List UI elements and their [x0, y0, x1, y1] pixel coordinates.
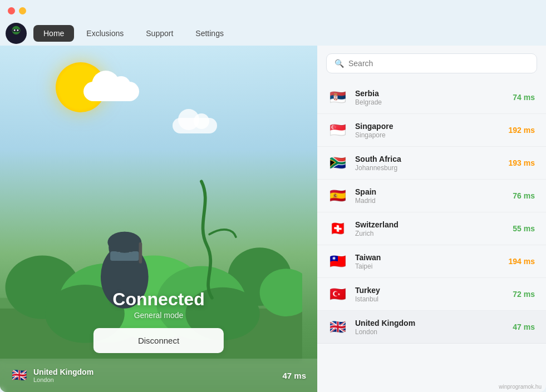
server-city: Johannesburg [355, 164, 509, 172]
search-input[interactable] [348, 59, 529, 68]
server-info: Spain Madrid [355, 187, 513, 205]
left-panel: Connected General mode Disconnect 🇬🇧 Uni… [0, 46, 317, 392]
search-container: 🔍 [317, 46, 546, 81]
server-city: Singapore [355, 131, 509, 139]
svg-point-23 [107, 232, 141, 253]
server-city: London [355, 328, 513, 336]
current-location: United Kingdom London [33, 368, 282, 383]
server-country: Spain [355, 187, 513, 196]
app-logo [6, 23, 27, 44]
tab-settings[interactable]: Settings [185, 25, 234, 42]
server-country: Turkey [355, 286, 513, 295]
server-item[interactable]: 🇹🇷 Turkey Istanbul 72 ms [317, 278, 546, 311]
server-city: Istanbul [355, 295, 513, 303]
server-flag: 🇿🇦 [328, 153, 347, 172]
svg-rect-3 [12, 29, 19, 32]
right-panel: 🔍 🇷🇸 Serbia Belgrade 74 ms 🇸🇬 Singapore … [317, 46, 546, 392]
server-country: South Africa [355, 155, 509, 163]
disconnect-button[interactable]: Disconnect [94, 328, 224, 353]
server-info: Switzerland Zurich [355, 220, 513, 237]
server-flag: 🇷🇸 [328, 88, 347, 107]
search-icon: 🔍 [335, 59, 344, 68]
svg-point-4 [14, 29, 16, 31]
svg-point-5 [17, 29, 18, 31]
current-latency: 47 ms [282, 371, 306, 380]
server-info: Serbia Belgrade [355, 89, 513, 106]
status-overlay: Connected General mode [112, 289, 204, 320]
server-item[interactable]: 🇸🇬 Singapore Singapore 192 ms [317, 114, 546, 147]
server-latency: 72 ms [513, 290, 535, 299]
server-flag: 🇸🇬 [328, 121, 347, 140]
close-button[interactable] [8, 7, 15, 14]
server-info: Turkey Istanbul [355, 286, 513, 303]
server-item[interactable]: 🇨🇭 Switzerland Zurich 55 ms [317, 212, 546, 245]
server-latency: 192 ms [509, 126, 535, 135]
server-latency: 74 ms [513, 93, 535, 102]
connection-status: Connected [112, 289, 204, 310]
server-city: Belgrade [355, 98, 513, 106]
server-city: Taipei [355, 262, 509, 270]
server-item[interactable]: 🇷🇸 Serbia Belgrade 74 ms [317, 81, 546, 114]
nav-tabs: Home Exclusions Support Settings [33, 25, 234, 42]
server-country: Serbia [355, 89, 513, 98]
server-item[interactable]: 🇿🇦 South Africa Johannesburg 193 ms [317, 147, 546, 180]
window-buttons [8, 7, 26, 14]
bottom-status-bar: 🇬🇧 United Kingdom London 47 ms [0, 359, 317, 392]
watermark: winprogramok.hu [499, 384, 542, 390]
current-city: London [33, 376, 282, 383]
server-item[interactable]: 🇪🇸 Spain Madrid 76 ms [317, 180, 546, 212]
server-list: 🇷🇸 Serbia Belgrade 74 ms 🇸🇬 Singapore Si… [317, 81, 546, 392]
server-latency: 194 ms [509, 257, 535, 266]
server-country: Taiwan [355, 253, 509, 262]
server-latency: 76 ms [513, 191, 535, 200]
server-flag: 🇨🇭 [328, 219, 347, 238]
server-info: Taiwan Taipei [355, 253, 509, 270]
tab-exclusions[interactable]: Exclusions [76, 25, 134, 42]
tab-home[interactable]: Home [33, 25, 74, 42]
tab-support[interactable]: Support [136, 25, 183, 42]
server-flag: 🇪🇸 [328, 186, 347, 205]
server-flag: 🇬🇧 [328, 317, 347, 336]
server-city: Zurich [355, 230, 513, 237]
svg-rect-24 [139, 242, 142, 264]
search-box: 🔍 [326, 53, 537, 73]
server-latency: 47 ms [513, 322, 535, 331]
minimize-button[interactable] [19, 7, 26, 14]
server-item[interactable]: 🇬🇧 United Kingdom London 47 ms [317, 311, 546, 344]
server-latency: 193 ms [509, 158, 535, 167]
server-country: Singapore [355, 122, 509, 131]
server-latency: 55 ms [513, 224, 535, 233]
server-flag: 🇹🇼 [328, 252, 347, 271]
server-country: Switzerland [355, 220, 513, 229]
current-country-flag: 🇬🇧 [11, 368, 27, 383]
server-info: United Kingdom London [355, 319, 513, 336]
server-flag: 🇹🇷 [328, 285, 347, 304]
server-country: United Kingdom [355, 319, 513, 328]
server-info: Singapore Singapore [355, 122, 509, 139]
current-country-name: United Kingdom [33, 368, 282, 376]
cloud-1 [83, 82, 139, 101]
server-item[interactable]: 🇹🇼 Taiwan Taipei 194 ms [317, 245, 546, 278]
server-city: Madrid [355, 197, 513, 205]
server-info: South Africa Johannesburg [355, 155, 509, 172]
connection-mode: General mode [112, 311, 204, 320]
titlebar [0, 0, 546, 21]
main-content: Connected General mode Disconnect 🇬🇧 Uni… [0, 46, 546, 392]
navbar: Home Exclusions Support Settings [0, 21, 546, 46]
cloud-2 [173, 118, 217, 133]
